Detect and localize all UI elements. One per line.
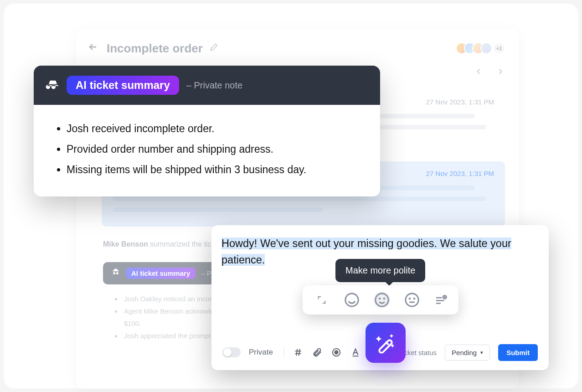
svg-point-5 bbox=[409, 298, 410, 299]
summary-bullet: Josh received incomplete order. bbox=[67, 119, 362, 139]
message-timestamp: 27 Nov 2023, 1:31 PM bbox=[426, 98, 494, 106]
svg-point-9 bbox=[335, 351, 338, 354]
tone-neutral-icon[interactable] bbox=[404, 292, 420, 308]
chevron-down-icon: ▾ bbox=[480, 350, 483, 356]
ai-summary-badge: AI ticket summary bbox=[67, 76, 179, 95]
tone-tooltip: Make more polite bbox=[335, 259, 425, 282]
ai-magic-wand-button[interactable] bbox=[366, 323, 406, 363]
incognito-icon bbox=[46, 78, 59, 92]
incognito-icon bbox=[111, 268, 120, 279]
svg-point-4 bbox=[406, 294, 418, 306]
svg-point-3 bbox=[384, 298, 385, 299]
avatar-stack[interactable]: +1 bbox=[459, 42, 505, 54]
ai-summary-card: AI ticket summary – Private note Josh re… bbox=[34, 66, 380, 196]
summary-bullet-list: Josh received incomplete order. Provided… bbox=[58, 119, 362, 180]
message-timestamp: 27 Nov 2023, 1:31 PM bbox=[426, 170, 494, 177]
svg-point-6 bbox=[414, 298, 415, 299]
skeleton-line bbox=[113, 207, 322, 212]
ticket-status-select[interactable]: Pending ▾ bbox=[445, 345, 490, 361]
ticket-title: Incomplete order bbox=[107, 41, 203, 56]
text-format-icon[interactable] bbox=[350, 347, 361, 357]
summary-bullet: Provided order number and shipping adres… bbox=[67, 139, 362, 160]
private-toggle[interactable] bbox=[222, 347, 241, 357]
tone-panel bbox=[303, 285, 458, 315]
tone-settings-icon[interactable] bbox=[434, 292, 448, 308]
tone-friendly-icon[interactable] bbox=[344, 292, 360, 308]
svg-point-2 bbox=[379, 298, 380, 299]
svg-rect-11 bbox=[378, 339, 392, 353]
tone-polite-icon[interactable] bbox=[374, 292, 390, 308]
svg-point-0 bbox=[345, 294, 358, 306]
expand-icon[interactable] bbox=[314, 292, 330, 308]
private-label: Private bbox=[249, 348, 273, 357]
private-note-label: – Private note bbox=[186, 80, 242, 91]
prev-arrow-icon[interactable] bbox=[474, 67, 483, 79]
avatar-overflow[interactable]: +1 bbox=[493, 42, 505, 54]
ai-summary-badge: AI ticket summary bbox=[126, 268, 196, 279]
edit-icon[interactable] bbox=[209, 43, 218, 54]
svg-point-1 bbox=[376, 294, 388, 306]
record-icon[interactable] bbox=[331, 347, 342, 357]
summary-bullet: Missing items will be shipped within 3 b… bbox=[67, 160, 362, 180]
next-arrow-icon[interactable] bbox=[496, 67, 505, 79]
attachment-icon[interactable] bbox=[312, 347, 323, 357]
submit-button[interactable]: Submit bbox=[498, 344, 538, 361]
avatar bbox=[480, 42, 492, 54]
skeleton-line bbox=[113, 196, 486, 201]
hashtag-icon[interactable] bbox=[293, 347, 304, 357]
back-arrow-icon[interactable] bbox=[86, 40, 100, 57]
